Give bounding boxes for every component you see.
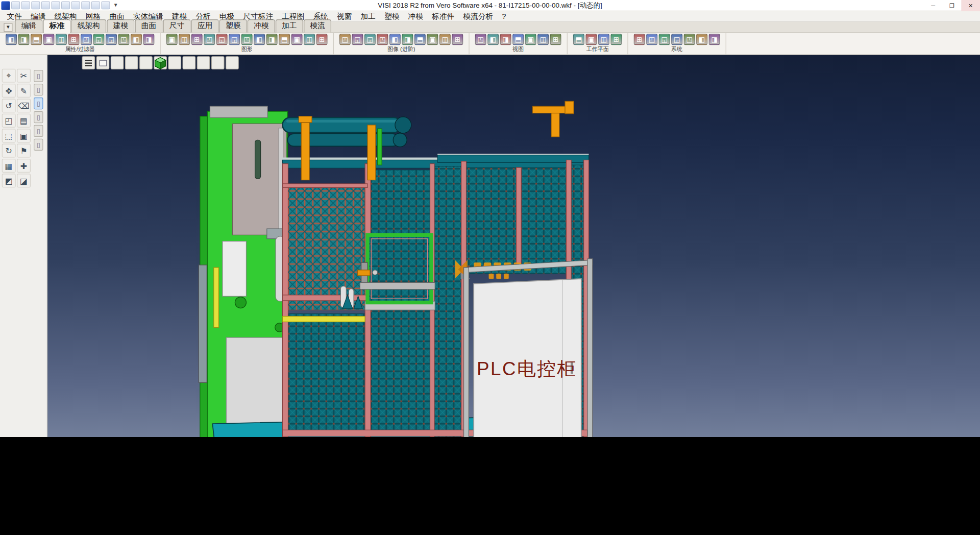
ribbon-icon-0-1[interactable]: ◨	[18, 34, 30, 45]
help-icon[interactable]	[101, 1, 110, 9]
ribbon-icon-0-9[interactable]: ◳	[118, 34, 129, 45]
tab-应用[interactable]: 应用	[191, 19, 219, 33]
open-file-icon[interactable]	[21, 1, 30, 9]
undo-icon[interactable]	[81, 1, 90, 9]
ribbon-icon-3-3[interactable]: ⬒	[512, 34, 524, 45]
tab-模流[interactable]: 模流	[304, 19, 331, 33]
ribbon-icon-1-1[interactable]: ◫	[179, 34, 190, 45]
viewport-3d[interactable]: PLC电控柜	[47, 55, 980, 437]
left-tool-icon-4[interactable]: ↺	[2, 99, 16, 112]
left-tool-icon-11[interactable]: ⚑	[17, 144, 31, 158]
machine-model[interactable]: PLC电控柜	[47, 55, 980, 437]
ribbon-icon-0-5[interactable]: ⊞	[68, 34, 79, 45]
ribbon-icon-3-1[interactable]: ◧	[487, 34, 499, 45]
left-clipboard-icon-2[interactable]: ▯	[34, 98, 43, 109]
ribbon-icon-4-1[interactable]: ▣	[585, 34, 597, 45]
ribbon-icon-1-10[interactable]: ▣	[291, 34, 303, 45]
ribbon-icon-2-3[interactable]: ◳	[377, 34, 388, 45]
tab-建模[interactable]: 建模	[107, 19, 134, 33]
ribbon-icon-3-4[interactable]: ▣	[525, 34, 536, 45]
ribbon-icon-4-0[interactable]: ⬒	[573, 34, 584, 45]
ribbon-icon-4-2[interactable]: ◫	[598, 34, 609, 45]
ribbon-icon-3-0[interactable]: ◳	[475, 34, 486, 45]
orange-duct[interactable]	[532, 101, 574, 137]
ribbon-icon-3-6[interactable]: ⊞	[550, 34, 561, 45]
export-icon[interactable]	[51, 1, 60, 9]
left-tool-icon-8[interactable]: ⬚	[2, 129, 16, 142]
ribbon-icon-5-3[interactable]: ◲	[671, 34, 682, 45]
ribbon-icon-2-6[interactable]: ⬒	[414, 34, 426, 45]
ribbon-icon-2-0[interactable]: ◰	[339, 34, 351, 45]
ribbon-icon-5-0[interactable]: ⊞	[634, 34, 645, 45]
ribbon-icon-1-3[interactable]: ◰	[204, 34, 215, 45]
left-tool-icon-10[interactable]: ↻	[2, 144, 16, 158]
left-clipboard-icon-1[interactable]: ▯	[34, 84, 43, 95]
new-file-icon[interactable]	[11, 1, 20, 9]
left-clipboard-icon-4[interactable]: ▯	[34, 125, 43, 137]
shaded-view-cube[interactable]	[226, 56, 239, 69]
ribbon-icon-1-0[interactable]: ▣	[166, 34, 178, 45]
ribbon-icon-1-9[interactable]: ⬒	[279, 34, 290, 45]
ribbon-icon-0-0[interactable]: ◧	[6, 34, 17, 45]
menu-item-塑模[interactable]: 塑模	[380, 11, 404, 21]
left-tool-icon-6[interactable]: ◰	[2, 114, 16, 128]
tab-曲面[interactable]: 曲面	[135, 19, 162, 33]
ribbon-icon-2-9[interactable]: ⊞	[452, 34, 463, 45]
ribbon-icon-1-2[interactable]: ⊞	[191, 34, 203, 45]
ribbon-icon-5-4[interactable]: ◳	[684, 34, 695, 45]
tab-尺寸[interactable]: 尺寸	[163, 19, 191, 33]
left-tool-icon-9[interactable]: ▣	[17, 129, 31, 142]
tab-overflow-caret-icon[interactable]: ▼	[4, 23, 12, 32]
ribbon-icon-0-4[interactable]: ◫	[56, 34, 67, 45]
ribbon-icon-2-1[interactable]: ◱	[352, 34, 363, 45]
menu-item-模流分析[interactable]: 模流分析	[459, 11, 498, 21]
print-icon[interactable]	[61, 1, 70, 9]
ribbon-icon-1-11[interactable]: ◫	[304, 34, 315, 45]
left-tool-icon-15[interactable]: ◪	[17, 174, 31, 187]
tab-标准[interactable]: 标准	[43, 19, 70, 33]
tab-塑膜[interactable]: 塑膜	[219, 19, 247, 33]
left-tool-icon-3[interactable]: ✎	[17, 84, 31, 98]
close-button[interactable]: ✕	[961, 0, 980, 11]
import-icon[interactable]	[41, 1, 50, 9]
menu-item-冲模[interactable]: 冲模	[404, 11, 428, 21]
left-tool-icon-13[interactable]: ✚	[17, 159, 31, 173]
redo-icon[interactable]	[91, 1, 100, 9]
ribbon-icon-1-7[interactable]: ◧	[254, 34, 265, 45]
maximize-button[interactable]: ❐	[943, 0, 962, 11]
left-clipboard-icon-5[interactable]: ▯	[34, 139, 43, 151]
ribbon-icon-2-7[interactable]: ▣	[427, 34, 438, 45]
ribbon-icon-2-4[interactable]: ◧	[389, 34, 401, 45]
plot-icon[interactable]	[71, 1, 80, 9]
minimize-button[interactable]: ─	[924, 0, 943, 11]
save-file-icon[interactable]	[31, 1, 40, 9]
menu-item-视窗[interactable]: 视窗	[332, 11, 356, 21]
ribbon-icon-1-8[interactable]: ◨	[266, 34, 278, 45]
left-tool-icon-5[interactable]: ⌫	[17, 99, 31, 112]
ribbon-icon-0-10[interactable]: ◧	[131, 34, 142, 45]
ribbon-icon-3-2[interactable]: ◨	[500, 34, 511, 45]
ribbon-icon-0-7[interactable]: ◱	[93, 34, 104, 45]
ribbon-icon-1-4[interactable]: ◱	[216, 34, 228, 45]
ribbon-icon-5-5[interactable]: ◧	[696, 34, 707, 45]
ribbon-icon-1-5[interactable]: ◲	[229, 34, 240, 45]
left-tool-icon-7[interactable]: ▤	[17, 114, 31, 128]
ribbon-icon-4-3[interactable]: ⊞	[610, 34, 622, 45]
green-machine-body[interactable]	[199, 106, 295, 437]
ribbon-icon-1-6[interactable]: ◳	[241, 34, 253, 45]
plc-cabinet[interactable]: PLC电控柜	[464, 259, 593, 437]
menu-item-加工[interactable]: 加工	[356, 11, 380, 21]
left-tool-icon-14[interactable]: ◩	[2, 174, 16, 187]
ribbon-icon-2-5[interactable]: ◨	[402, 34, 413, 45]
tab-冲模[interactable]: 冲模	[248, 19, 275, 33]
tab-加工[interactable]: 加工	[276, 19, 303, 33]
ribbon-icon-2-2[interactable]: ◲	[364, 34, 376, 45]
ribbon-icon-5-6[interactable]: ◨	[709, 34, 720, 45]
ribbon-icon-0-11[interactable]: ◨	[143, 34, 154, 45]
left-tool-icon-12[interactable]: ▦	[2, 159, 16, 173]
ribbon-icon-1-12[interactable]: ⊞	[316, 34, 328, 45]
left-clipboard-icon-3[interactable]: ▯	[34, 111, 43, 123]
left-tool-icon-1[interactable]: ✂	[17, 69, 31, 83]
menu-item-标准件[interactable]: 标准件	[428, 11, 459, 21]
tab-编辑[interactable]: 编辑	[15, 19, 42, 33]
